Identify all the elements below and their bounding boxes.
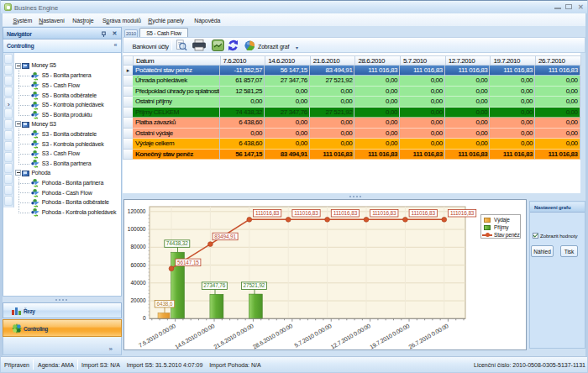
svg-text:111016,83: 111016,83 — [412, 210, 436, 216]
svg-text:19.7.2010 0:00:00: 19.7.2010 0:00:00 — [369, 323, 411, 349]
svg-text:111016,83: 111016,83 — [372, 210, 396, 216]
svg-text:111016,83: 111016,83 — [333, 210, 358, 216]
svg-text:20000: 20000 — [130, 297, 145, 303]
svg-text:0: 0 — [143, 315, 146, 321]
svg-text:111016,83: 111016,83 — [294, 210, 318, 216]
svg-text:80000: 80000 — [130, 244, 145, 250]
svg-text:28.6.2010 0:00:00: 28.6.2010 0:00:00 — [252, 323, 294, 349]
svg-text:74438,32: 74438,32 — [166, 240, 188, 246]
svg-text:6438,6: 6438,6 — [156, 301, 172, 307]
svg-text:111016,83: 111016,83 — [255, 210, 280, 216]
svg-text:60000: 60000 — [130, 262, 145, 268]
svg-text:27521,92: 27521,92 — [243, 282, 265, 288]
svg-text:111016,83: 111016,83 — [450, 210, 475, 216]
svg-text:40000: 40000 — [130, 280, 145, 286]
svg-text:7.6.2010 0:00:00: 7.6.2010 0:00:00 — [138, 323, 177, 349]
svg-text:14.6.2010 0:00:00: 14.6.2010 0:00:00 — [174, 323, 216, 349]
svg-text:100000: 100000 — [128, 226, 146, 232]
svg-text:120000: 120000 — [128, 208, 146, 214]
svg-text:21.6.2010 0:00:00: 21.6.2010 0:00:00 — [213, 323, 255, 349]
svg-text:83494,91: 83494,91 — [214, 234, 236, 239]
svg-text:27347,76: 27347,76 — [203, 282, 225, 288]
svg-text:56147,15: 56147,15 — [177, 260, 199, 265]
svg-text:12.7.2010 0:00:00: 12.7.2010 0:00:00 — [330, 323, 372, 349]
svg-text:26.7.2010 0:00:00: 26.7.2010 0:00:00 — [407, 323, 449, 349]
svg-text:5.7.2010 0:00:00: 5.7.2010 0:00:00 — [293, 323, 333, 349]
